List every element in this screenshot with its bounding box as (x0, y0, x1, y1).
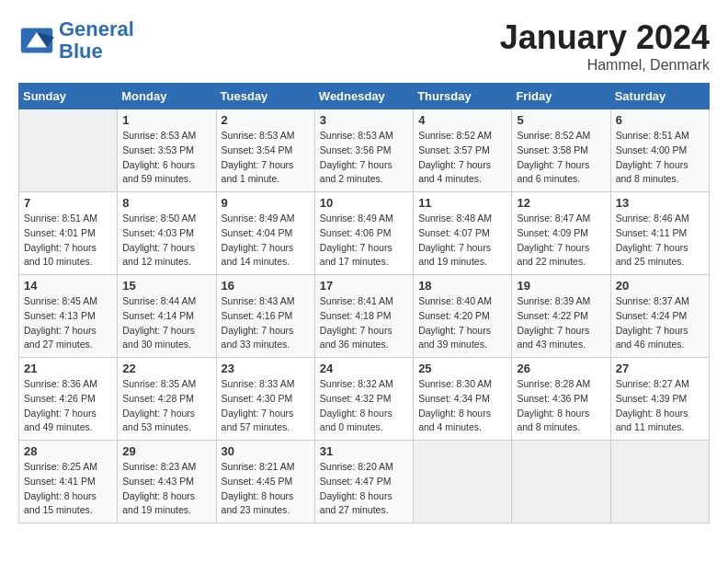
day-info: Sunrise: 8:53 AMSunset: 3:53 PMDaylight:… (122, 129, 210, 187)
calendar-cell (414, 441, 512, 523)
day-info: Sunrise: 8:36 AMSunset: 4:26 PMDaylight:… (24, 377, 112, 435)
day-number: 19 (517, 279, 605, 293)
day-info: Sunrise: 8:39 AMSunset: 4:22 PMDaylight:… (517, 294, 605, 352)
location: Hammel, Denmark (500, 57, 710, 74)
calendar-body: 1Sunrise: 8:53 AMSunset: 3:53 PMDaylight… (19, 109, 710, 523)
calendar-cell: 21Sunrise: 8:36 AMSunset: 4:26 PMDayligh… (19, 358, 118, 441)
calendar-cell: 16Sunrise: 8:43 AMSunset: 4:16 PMDayligh… (216, 275, 314, 358)
day-info: Sunrise: 8:48 AMSunset: 4:07 PMDaylight:… (418, 212, 506, 270)
day-info: Sunrise: 8:46 AMSunset: 4:11 PMDaylight:… (616, 212, 704, 270)
day-number: 28 (24, 444, 112, 458)
day-info: Sunrise: 8:35 AMSunset: 4:28 PMDaylight:… (122, 377, 210, 435)
logo-line1: General (59, 17, 134, 40)
day-number: 17 (320, 279, 408, 293)
day-number: 7 (24, 196, 112, 210)
calendar-week-row: 28Sunrise: 8:25 AMSunset: 4:41 PMDayligh… (19, 441, 710, 523)
day-info: Sunrise: 8:28 AMSunset: 4:36 PMDaylight:… (517, 377, 605, 435)
day-number: 12 (517, 196, 605, 210)
day-info: Sunrise: 8:52 AMSunset: 3:57 PMDaylight:… (418, 129, 506, 187)
day-info: Sunrise: 8:27 AMSunset: 4:39 PMDaylight:… (616, 377, 704, 435)
calendar-week-row: 21Sunrise: 8:36 AMSunset: 4:26 PMDayligh… (19, 358, 710, 441)
day-info: Sunrise: 8:53 AMSunset: 3:54 PMDaylight:… (222, 129, 310, 187)
day-number: 29 (122, 444, 210, 458)
day-number: 13 (616, 196, 704, 210)
day-info: Sunrise: 8:45 AMSunset: 4:13 PMDaylight:… (24, 294, 112, 352)
day-info: Sunrise: 8:23 AMSunset: 4:43 PMDaylight:… (122, 460, 210, 518)
calendar-cell: 17Sunrise: 8:41 AMSunset: 4:18 PMDayligh… (314, 275, 413, 358)
day-number: 1 (122, 113, 210, 127)
day-info: Sunrise: 8:47 AMSunset: 4:09 PMDaylight:… (517, 212, 605, 270)
calendar-cell: 4Sunrise: 8:52 AMSunset: 3:57 PMDaylight… (414, 109, 512, 192)
day-number: 16 (222, 279, 310, 293)
day-number: 5 (517, 113, 605, 127)
day-number: 21 (24, 362, 112, 375)
calendar-cell: 22Sunrise: 8:35 AMSunset: 4:28 PMDayligh… (118, 358, 216, 441)
day-info: Sunrise: 8:51 AMSunset: 4:01 PMDaylight:… (24, 212, 112, 270)
logo-line2: Blue (59, 40, 103, 63)
weekday-header: Saturday (610, 84, 709, 109)
calendar-cell: 20Sunrise: 8:37 AMSunset: 4:24 PMDayligh… (610, 275, 709, 358)
day-number: 10 (320, 196, 408, 210)
title-block: January 2024 Hammel, Denmark (500, 18, 710, 74)
calendar-cell: 29Sunrise: 8:23 AMSunset: 4:43 PMDayligh… (118, 441, 216, 523)
calendar-cell: 9Sunrise: 8:49 AMSunset: 4:04 PMDaylight… (216, 192, 314, 275)
calendar-cell: 10Sunrise: 8:49 AMSunset: 4:06 PMDayligh… (314, 192, 413, 275)
weekday-row: SundayMondayTuesdayWednesdayThursdayFrid… (19, 84, 710, 109)
day-number: 15 (122, 279, 210, 293)
month-title: January 2024 (500, 18, 710, 57)
day-number: 9 (222, 196, 310, 210)
day-number: 2 (222, 113, 310, 127)
calendar-cell: 11Sunrise: 8:48 AMSunset: 4:07 PMDayligh… (414, 192, 512, 275)
weekday-header: Friday (512, 84, 610, 109)
page-header: General Blue January 2024 Hammel, Denmar… (18, 18, 710, 74)
day-info: Sunrise: 8:44 AMSunset: 4:14 PMDaylight:… (122, 294, 210, 352)
calendar-header: SundayMondayTuesdayWednesdayThursdayFrid… (19, 84, 710, 109)
day-info: Sunrise: 8:52 AMSunset: 3:58 PMDaylight:… (517, 129, 605, 187)
calendar-cell (19, 109, 118, 192)
calendar-cell: 7Sunrise: 8:51 AMSunset: 4:01 PMDaylight… (19, 192, 118, 275)
day-info: Sunrise: 8:40 AMSunset: 4:20 PMDaylight:… (418, 294, 506, 352)
day-number: 11 (418, 196, 506, 210)
day-info: Sunrise: 8:32 AMSunset: 4:32 PMDaylight:… (320, 377, 408, 435)
day-info: Sunrise: 8:37 AMSunset: 4:24 PMDaylight:… (616, 294, 704, 352)
day-number: 3 (320, 113, 408, 127)
day-info: Sunrise: 8:30 AMSunset: 4:34 PMDaylight:… (418, 377, 506, 435)
calendar-cell: 3Sunrise: 8:53 AMSunset: 3:56 PMDaylight… (314, 109, 413, 192)
day-number: 24 (320, 362, 408, 375)
day-number: 26 (517, 362, 605, 375)
logo: General Blue (18, 18, 134, 63)
day-number: 23 (222, 362, 310, 375)
weekday-header: Monday (118, 84, 216, 109)
calendar-cell: 30Sunrise: 8:21 AMSunset: 4:45 PMDayligh… (216, 441, 314, 523)
day-number: 30 (222, 444, 310, 458)
day-info: Sunrise: 8:33 AMSunset: 4:30 PMDaylight:… (222, 377, 310, 435)
weekday-header: Wednesday (314, 84, 413, 109)
calendar-cell: 19Sunrise: 8:39 AMSunset: 4:22 PMDayligh… (512, 275, 610, 358)
calendar-table: SundayMondayTuesdayWednesdayThursdayFrid… (18, 83, 710, 523)
calendar-cell: 12Sunrise: 8:47 AMSunset: 4:09 PMDayligh… (512, 192, 610, 275)
weekday-header: Thursday (414, 84, 512, 109)
day-info: Sunrise: 8:51 AMSunset: 4:00 PMDaylight:… (616, 129, 704, 187)
calendar-cell: 13Sunrise: 8:46 AMSunset: 4:11 PMDayligh… (610, 192, 709, 275)
day-number: 14 (24, 279, 112, 293)
day-info: Sunrise: 8:49 AMSunset: 4:04 PMDaylight:… (222, 212, 310, 270)
day-number: 22 (122, 362, 210, 375)
day-info: Sunrise: 8:49 AMSunset: 4:06 PMDaylight:… (320, 212, 408, 270)
day-number: 18 (418, 279, 506, 293)
calendar-cell (512, 441, 610, 523)
day-info: Sunrise: 8:53 AMSunset: 3:56 PMDaylight:… (320, 129, 408, 187)
day-number: 20 (616, 279, 704, 293)
calendar-week-row: 7Sunrise: 8:51 AMSunset: 4:01 PMDaylight… (19, 192, 710, 275)
day-info: Sunrise: 8:20 AMSunset: 4:47 PMDaylight:… (320, 460, 408, 518)
day-info: Sunrise: 8:41 AMSunset: 4:18 PMDaylight:… (320, 294, 408, 352)
logo-icon (18, 27, 55, 54)
weekday-header: Tuesday (216, 84, 314, 109)
calendar-cell: 15Sunrise: 8:44 AMSunset: 4:14 PMDayligh… (118, 275, 216, 358)
calendar-cell: 5Sunrise: 8:52 AMSunset: 3:58 PMDaylight… (512, 109, 610, 192)
calendar-cell: 28Sunrise: 8:25 AMSunset: 4:41 PMDayligh… (19, 441, 118, 523)
calendar-cell: 25Sunrise: 8:30 AMSunset: 4:34 PMDayligh… (414, 358, 512, 441)
calendar-cell: 14Sunrise: 8:45 AMSunset: 4:13 PMDayligh… (19, 275, 118, 358)
calendar-cell: 6Sunrise: 8:51 AMSunset: 4:00 PMDaylight… (610, 109, 709, 192)
calendar-cell: 27Sunrise: 8:27 AMSunset: 4:39 PMDayligh… (610, 358, 709, 441)
calendar-week-row: 14Sunrise: 8:45 AMSunset: 4:13 PMDayligh… (19, 275, 710, 358)
